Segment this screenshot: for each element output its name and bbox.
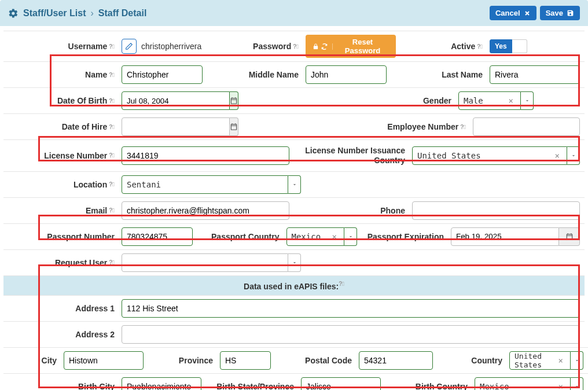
- license-number-input[interactable]: [122, 146, 289, 165]
- passport-calendar-button[interactable]: [559, 227, 580, 246]
- row-location: Location?⃝ Sentani: [3, 171, 585, 197]
- cell-active: Yes: [487, 31, 585, 61]
- last-name-input[interactable]: [490, 65, 580, 84]
- gear-icon[interactable]: [8, 8, 19, 19]
- date-of-hire-input[interactable]: [122, 117, 230, 136]
- dob-calendar-button[interactable]: [230, 91, 238, 110]
- save-button[interactable]: Save: [540, 6, 580, 20]
- label-province: Province: [148, 347, 218, 373]
- reset-password-button[interactable]: Reset Password: [306, 35, 396, 58]
- row-birth: Birth City Birth State/Province Birth Co…: [3, 373, 585, 390]
- active-toggle[interactable]: Yes: [490, 39, 527, 53]
- employee-number-input[interactable]: [473, 117, 580, 136]
- eapis-section-header: Data used in eAPIS files:?⃝: [3, 275, 585, 296]
- gender-select[interactable]: Male×: [458, 91, 521, 110]
- label-date-of-hire: Date of Hire?⃝: [3, 113, 119, 139]
- chevron-down-icon: [292, 182, 297, 187]
- label-employee-number: Employee Number?⃝: [355, 113, 471, 139]
- location-caret[interactable]: [288, 175, 301, 194]
- label-middle-name: Middle Name: [216, 61, 303, 87]
- name-input[interactable]: [122, 65, 203, 84]
- address2-input[interactable]: [122, 325, 580, 344]
- label-request-user: Request User?⃝: [3, 249, 119, 275]
- help-icon[interactable]: ?⃝: [477, 43, 483, 50]
- clear-icon[interactable]: ×: [553, 151, 562, 160]
- help-icon[interactable]: ?⃝: [109, 98, 115, 104]
- label-license-country: License Number Issuance Country: [294, 139, 410, 171]
- label-city: City: [3, 347, 61, 373]
- birth-country-caret[interactable]: [571, 377, 583, 390]
- label-active: Active?⃝: [400, 31, 487, 61]
- label-birth-state: Birth State/Province: [206, 373, 299, 390]
- country-select[interactable]: United States×: [509, 351, 571, 370]
- passport-country-caret[interactable]: [344, 227, 357, 246]
- row-name: Name?⃝ Middle Name Last Name: [3, 61, 585, 87]
- help-icon[interactable]: ?⃝: [109, 207, 115, 214]
- chevron-down-icon: [292, 260, 297, 266]
- help-icon[interactable]: ?⃝: [293, 43, 299, 50]
- postal-code-input[interactable]: [359, 351, 433, 370]
- lock-icon: [313, 43, 319, 50]
- clear-icon[interactable]: ×: [506, 96, 516, 105]
- label-birth-country: Birth Country: [385, 373, 472, 390]
- help-icon[interactable]: ?⃝: [460, 124, 466, 130]
- row-dob: Date Of Birth?⃝ Gender Male×: [3, 87, 585, 113]
- help-icon[interactable]: ?⃝: [109, 181, 115, 187]
- header-actions: Cancel Save: [490, 6, 580, 20]
- clear-icon[interactable]: ×: [330, 232, 339, 241]
- label-birth-city: Birth City: [3, 373, 119, 390]
- label-passport-country: Passport Country: [197, 223, 284, 249]
- help-icon[interactable]: ?⃝: [109, 43, 115, 50]
- username-value: christopherrivera: [141, 42, 201, 51]
- birth-country-select[interactable]: Mexico×: [475, 377, 571, 390]
- license-country-caret[interactable]: [567, 146, 580, 165]
- row-address2: Address 2: [3, 321, 585, 347]
- passport-number-input[interactable]: [122, 227, 193, 246]
- birth-state-input[interactable]: [301, 377, 381, 390]
- label-postal-code: Postal Code: [275, 347, 357, 373]
- cell-password: Reset Password: [303, 31, 400, 61]
- toggle-handle: [512, 39, 527, 53]
- country-caret[interactable]: [571, 351, 583, 370]
- hire-calendar-button[interactable]: [230, 117, 238, 136]
- toggle-yes-label: Yes: [490, 39, 512, 53]
- middle-name-input[interactable]: [306, 65, 387, 84]
- phone-input[interactable]: [412, 201, 580, 220]
- help-icon[interactable]: ?⃝: [339, 281, 344, 287]
- request-user-select[interactable]: [122, 253, 288, 272]
- help-icon[interactable]: ?⃝: [109, 124, 115, 130]
- row-email: Email?⃝ Phone: [3, 197, 585, 223]
- save-icon: [567, 9, 574, 17]
- row-passport: Passport Number Passport Country Mexico×…: [3, 223, 585, 249]
- license-country-select[interactable]: United States×: [412, 146, 567, 165]
- cell-username: christopherrivera: [119, 31, 216, 61]
- clear-icon[interactable]: ×: [556, 382, 565, 390]
- breadcrumb-link-list[interactable]: Staff/User List: [23, 8, 86, 19]
- gender-caret[interactable]: [521, 91, 534, 110]
- clear-icon[interactable]: ×: [556, 356, 565, 365]
- cancel-button[interactable]: Cancel: [490, 6, 536, 20]
- breadcrumb: Staff/User List › Staff Detail: [8, 8, 146, 19]
- label-passport-expiration: Passport Expiration: [362, 223, 449, 249]
- row-address1: Address 1: [3, 295, 585, 321]
- passport-expiration-input[interactable]: [451, 227, 559, 246]
- label-license-number: License Number?⃝: [3, 139, 119, 171]
- email-input[interactable]: [122, 201, 289, 220]
- page-header: Staff/User List › Staff Detail Cancel Sa…: [0, 0, 588, 26]
- passport-country-select[interactable]: Mexico×: [286, 227, 345, 246]
- request-user-caret[interactable]: [288, 253, 301, 272]
- address1-input[interactable]: [122, 299, 580, 318]
- help-icon[interactable]: ?⃝: [109, 152, 115, 159]
- row-username: Username?⃝ christopherrivera Password?⃝ …: [3, 31, 585, 61]
- province-input[interactable]: [220, 351, 271, 370]
- edit-username-button[interactable]: [122, 39, 137, 54]
- help-icon[interactable]: ?⃝: [109, 259, 115, 266]
- row-city: City Province Postal Code Country United…: [3, 347, 585, 373]
- label-last-name: Last Name: [400, 61, 487, 87]
- location-select[interactable]: Sentani: [122, 175, 288, 194]
- dob-input[interactable]: [122, 91, 230, 110]
- birth-city-input[interactable]: [122, 377, 201, 390]
- city-input[interactable]: [64, 351, 144, 370]
- label-country: Country: [438, 347, 507, 373]
- help-icon[interactable]: ?⃝: [109, 72, 115, 78]
